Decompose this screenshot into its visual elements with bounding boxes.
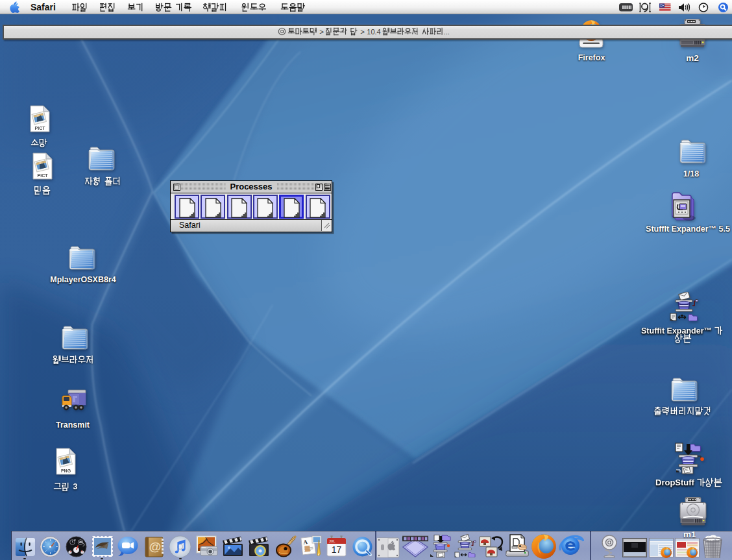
svg-text:17: 17 [332, 544, 342, 555]
svg-text:PNG: PNG [61, 469, 71, 473]
svg-text:PICT: PICT [38, 173, 49, 178]
svg-text:@: @ [149, 540, 162, 554]
svg-text:JUL: JUL [329, 539, 335, 543]
svg-text:PICT: PICT [35, 126, 46, 130]
